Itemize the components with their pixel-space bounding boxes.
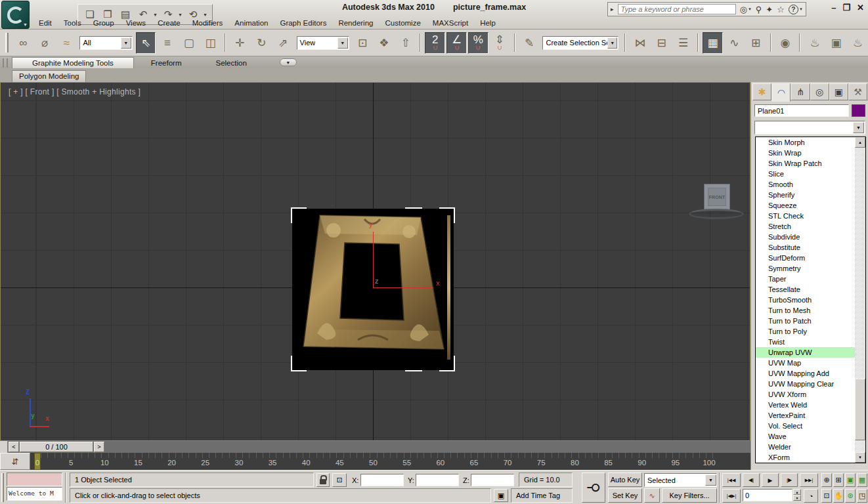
mirror-button[interactable]: ⋈ <box>630 32 650 54</box>
go-to-start-button[interactable]: |◀◀ <box>722 473 741 487</box>
snap-toggle-2d-button[interactable]: 2∩ <box>425 32 445 54</box>
search-button[interactable]: ◎▼ <box>740 5 752 14</box>
next-frame-arrow[interactable]: > <box>94 442 104 452</box>
window-crossing-toggle-button[interactable]: ◫ <box>200 32 221 54</box>
modifier-item[interactable]: Subdivide <box>756 232 855 242</box>
auto-key-button[interactable]: Auto Key <box>608 472 642 487</box>
close-button[interactable]: ✕ <box>857 3 864 12</box>
favorites-button[interactable]: ☆ <box>777 5 785 14</box>
select-and-move-button[interactable]: ✛ <box>230 32 250 54</box>
application-menu-button[interactable]: ▼ <box>1 1 30 29</box>
set-key-button[interactable]: Set Key <box>608 488 642 503</box>
modifier-item[interactable]: STL Check <box>756 211 855 221</box>
menu-maxscript[interactable]: MAXScript <box>427 18 474 28</box>
edit-named-selection-sets-button[interactable]: ✎ <box>519 32 540 54</box>
bind-to-space-warp-button[interactable]: ≈ <box>56 32 77 54</box>
x-coordinate-field[interactable] <box>360 474 404 486</box>
modifier-item[interactable]: Taper <box>756 274 855 284</box>
macro-recorder-pane[interactable] <box>7 472 62 486</box>
keyboard-shortcut-override-button[interactable]: ⇧ <box>395 32 416 54</box>
absolute-offset-toggle[interactable]: ⊡ <box>332 473 347 487</box>
modifier-item[interactable]: Skin Morph <box>756 137 855 148</box>
ribbon-tab-graphite-modeling-tools[interactable]: Graphite Modeling Tools <box>12 57 134 68</box>
key-mode-toggle-button[interactable]: |◀▶| <box>722 489 741 503</box>
viewcube-front-face[interactable]: FRONT <box>704 184 730 210</box>
menu-rendering[interactable]: Rendering <box>332 18 379 28</box>
modifier-item[interactable]: Turn to Poly <box>756 326 855 337</box>
chevron-down-icon[interactable]: ▼ <box>121 37 131 49</box>
modifier-item[interactable]: Slice <box>756 169 855 179</box>
isolate-selection-toggle[interactable]: ▣ <box>494 489 508 502</box>
mini-curve-editor-button[interactable]: ⇵ <box>0 453 30 470</box>
rendered-frame-window-button[interactable]: ▣ <box>826 32 846 54</box>
modifier-item[interactable]: VertexPaint <box>756 410 855 421</box>
default-tangent-button[interactable]: ∿ <box>644 488 660 503</box>
modifier-list-scrollbar[interactable]: ▲ ▼ <box>855 137 865 463</box>
graphite-modeling-ribbon-button[interactable]: ▦ <box>703 32 723 54</box>
selection-filter-dropdown[interactable]: All▼ <box>79 36 132 50</box>
select-and-rotate-button[interactable]: ↻ <box>251 32 272 54</box>
modifier-item[interactable]: Spherify <box>756 190 855 200</box>
modifier-item[interactable]: UVW Mapping Clear <box>756 379 855 389</box>
ribbon-minimize-button[interactable]: ▼ <box>280 58 297 66</box>
z-coordinate-field[interactable] <box>471 474 514 486</box>
command-panel-tab-modify[interactable]: ◠ <box>771 83 791 102</box>
maxscript-mini-listener[interactable]: Welcome to M <box>7 487 62 501</box>
scroll-down-button[interactable]: ▼ <box>855 452 865 463</box>
modifier-item[interactable]: Twist <box>756 337 855 347</box>
subscription-center-button[interactable]: ⚲ <box>756 5 762 14</box>
command-panel-tab-utilities[interactable]: ⚒ <box>848 83 867 100</box>
viewport-front[interactable]: [ + ] [ Front ] [ Smooth + Highlights ] <box>0 82 750 441</box>
modifier-item[interactable]: Turn to Mesh <box>756 305 855 316</box>
menu-create[interactable]: Create <box>152 18 186 28</box>
chevron-down-icon[interactable]: ▼ <box>607 37 617 49</box>
menu-help[interactable]: Help <box>474 18 502 28</box>
modifier-item[interactable]: Welder <box>756 442 855 452</box>
menu-tools[interactable]: Tools <box>58 18 87 28</box>
zoom-button[interactable]: ⊕ <box>821 473 832 487</box>
modifier-item[interactable]: UVW Map <box>756 358 855 368</box>
time-slider-display[interactable]: 0 / 100 <box>20 442 93 452</box>
previous-frame-arrow[interactable]: < <box>9 442 19 452</box>
help-button[interactable]: ?▼ <box>789 5 803 14</box>
modifier-item[interactable]: Tessellate <box>756 284 855 295</box>
key-mode-dropdown[interactable]: Selected ▼ <box>644 473 717 487</box>
percent-snap-toggle-button[interactable]: %∩ <box>468 32 488 54</box>
track-bar[interactable]: 0510152025303540455055606570758085909510… <box>0 453 750 470</box>
viewcube[interactable]: FRONT <box>689 182 745 223</box>
menu-group[interactable]: Group <box>87 18 120 28</box>
region-zoom-button[interactable]: ⊡ <box>821 489 832 503</box>
angle-snap-toggle-button[interactable]: ∠∩ <box>446 32 467 54</box>
viewcube-compass-ring[interactable] <box>689 209 744 219</box>
y-coordinate-field[interactable] <box>416 474 459 486</box>
modifier-item[interactable]: UVW Xform <box>756 389 855 400</box>
chevron-down-icon[interactable]: ▼ <box>337 37 348 49</box>
named-selection-sets-dropdown[interactable]: Create Selection Se▼ <box>542 36 618 50</box>
add-time-tag[interactable]: Add Time Tag <box>511 488 573 503</box>
rectangular-selection-region-button[interactable]: ▢ <box>179 32 199 54</box>
select-and-scale-button[interactable]: ⇗ <box>273 32 293 54</box>
select-object-button[interactable]: ⇖ <box>136 32 156 54</box>
command-panel-tab-create[interactable]: ✱ <box>752 83 771 100</box>
infocenter-collapse-icon[interactable]: ▸ <box>611 6 614 12</box>
play-button[interactable]: ▶ <box>762 473 779 487</box>
menu-animation[interactable]: Animation <box>228 18 274 28</box>
render-production-button[interactable]: ♨ <box>848 32 868 54</box>
zoom-all-button[interactable]: ⊞ <box>833 473 844 487</box>
command-panel-tab-hierarchy[interactable]: ⋔ <box>791 83 810 100</box>
search-input[interactable] <box>618 4 736 14</box>
key-filters-button[interactable]: Key Filters... <box>662 488 717 503</box>
spinner-up-button[interactable]: ▲ <box>793 489 801 495</box>
zoom-extents-button[interactable]: ▣ <box>845 473 856 487</box>
modifier-item[interactable]: Turn to Patch <box>756 316 855 326</box>
modifier-item[interactable]: Vol. Select <box>756 421 855 431</box>
modifier-item[interactable]: Substitute <box>756 242 855 253</box>
modifier-item[interactable]: Symmetry <box>756 263 855 274</box>
modifier-item[interactable]: Squeeze <box>756 200 855 211</box>
menu-modifiers[interactable]: Modifiers <box>186 18 229 28</box>
modifier-list-dropdown[interactable]: ▼ <box>754 121 865 135</box>
command-panel-tab-display[interactable]: ▣ <box>829 83 848 100</box>
spinner-snap-toggle-button[interactable]: ⇕∩ <box>490 32 510 54</box>
ribbon-tab-freeform[interactable]: Freeform <box>134 58 199 68</box>
use-pivot-point-center-button[interactable]: ⊡ <box>353 32 373 54</box>
